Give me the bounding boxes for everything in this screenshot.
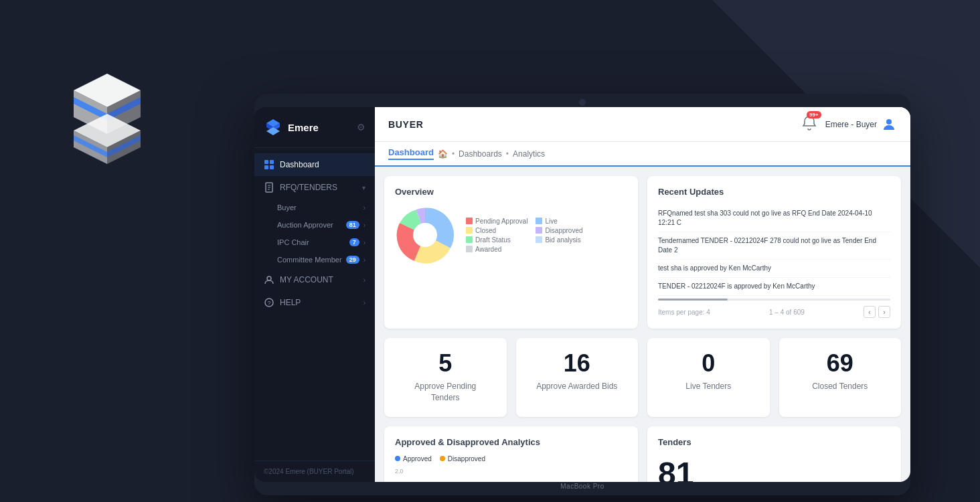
- update-item-1: RFQnamed test sha 303 could not go live …: [658, 205, 890, 232]
- pagination-fill: [658, 299, 728, 301]
- analytics-card: Approved & Disapproved Analytics Approve…: [384, 426, 638, 482]
- updates-footer: Items per page: 4 1 – 4 of 609 ‹ ›: [658, 306, 890, 318]
- legend-pending-label: Pending Approval: [475, 218, 527, 225]
- legend-pending-approval: Pending Approval: [466, 218, 527, 225]
- auction-approver-badge: 81: [346, 221, 359, 229]
- dashboard-content: Overview: [375, 167, 910, 482]
- user-icon: [264, 274, 274, 285]
- legend-bid-analysis: Bid analysis: [536, 236, 597, 244]
- stat-approve-awarded[interactable]: 16 Approve Awarded Bids: [516, 338, 639, 417]
- notification-badge: 99+: [807, 111, 821, 118]
- pie-chart: [395, 205, 455, 265]
- legend-draft: Draft Status: [466, 236, 527, 244]
- breadcrumb-active[interactable]: Dashboard: [388, 147, 434, 160]
- camera-notch: [579, 99, 586, 106]
- prev-page-button[interactable]: ‹: [864, 306, 876, 318]
- legend-closed: Closed: [466, 227, 527, 234]
- sidebar-logo-text: Emere: [288, 122, 319, 133]
- buyer-arrow: ›: [363, 204, 365, 212]
- stat-approve-pending-label: Approve PendingTenders: [395, 381, 496, 404]
- svg-marker-13: [266, 127, 280, 135]
- update-item-3: test sha is approved by Ken McCarthy: [658, 260, 890, 278]
- ipc-chair-badge: 7: [349, 238, 359, 246]
- stats-row: 5 Approve PendingTenders 16 Approve Awar…: [384, 338, 901, 417]
- auction-approver-label: Auction Approver: [277, 221, 333, 229]
- tablet-inner: Emere ⚙ Dashboard: [254, 107, 910, 482]
- svg-point-22: [267, 276, 271, 280]
- help-icon: ?: [264, 297, 274, 308]
- dashboard-label: Dashboard: [280, 160, 365, 169]
- recent-updates-title: Recent Updates: [658, 187, 890, 197]
- stat-closed-number: 69: [790, 351, 891, 375]
- stat-approve-pending[interactable]: 5 Approve PendingTenders: [384, 338, 507, 417]
- tablet-frame: Emere ⚙ Dashboard: [254, 94, 910, 495]
- svg-point-26: [413, 223, 437, 247]
- stat-live-tenders[interactable]: 0 Live Tenders: [647, 338, 770, 417]
- sidebar-item-help[interactable]: ? HELP ›: [254, 291, 375, 314]
- sidebar-item-my-account[interactable]: MY ACCOUNT ›: [254, 268, 375, 291]
- stat-closed-label: Closed Tenders: [790, 381, 891, 392]
- user-avatar-icon: [881, 116, 897, 133]
- legend-live-label: Live: [545, 218, 557, 225]
- sidebar: Emere ⚙ Dashboard: [254, 107, 375, 482]
- pagination-buttons: ‹ ›: [864, 306, 890, 318]
- stat-live-label: Live Tenders: [658, 381, 759, 392]
- stat-closed-tenders[interactable]: 69 Closed Tenders: [779, 338, 902, 417]
- update-item-2: Tendernamed TENDER - 02212024F 278 could…: [658, 232, 890, 260]
- sidebar-item-dashboard[interactable]: Dashboard: [254, 153, 375, 176]
- help-arrow: ›: [363, 299, 365, 307]
- auction-approver-arrow: ›: [363, 222, 365, 229]
- breadcrumb-sep-2: •: [506, 149, 509, 159]
- logo-area: [40, 54, 174, 177]
- legend-bid-label: Bid analysis: [545, 236, 580, 244]
- approved-legend-item: Approved: [395, 455, 432, 463]
- approved-dot: [395, 456, 400, 461]
- overview-card: Overview: [384, 176, 638, 329]
- breadcrumb-dashboards[interactable]: Dashboards: [459, 149, 502, 159]
- sidebar-item-auction-approver[interactable]: Auction Approver 81 ›: [254, 216, 375, 234]
- committee-badge: 29: [346, 256, 359, 264]
- topbar-right: 99+ Emere - Buyer: [801, 115, 897, 134]
- user-name: Emere - Buyer: [825, 120, 877, 129]
- analytics-title: Approved & Disapproved Analytics: [395, 437, 627, 447]
- next-page-button[interactable]: ›: [878, 306, 890, 318]
- line-chart-area: [395, 477, 627, 482]
- analytics-legend: Approved Disapproved: [395, 455, 627, 463]
- stat-approve-awarded-number: 16: [527, 351, 628, 375]
- tenders-title: Tenders: [658, 437, 890, 447]
- legend-disapproved-label: Disapproved: [545, 227, 582, 234]
- ipc-chair-label: IPC Chair: [277, 238, 309, 246]
- committee-arrow: ›: [363, 256, 365, 264]
- sidebar-logo: Emere ⚙: [254, 107, 375, 148]
- y-axis-label: 2.0: [395, 468, 627, 475]
- bottom-row: Approved & Disapproved Analytics Approve…: [384, 426, 901, 482]
- legend-closed-label: Closed: [475, 227, 496, 234]
- topbar: BUYER 99+ Emere - Buyer: [375, 107, 910, 142]
- sidebar-item-rfq[interactable]: RFQ/TENDERS ▾: [254, 176, 375, 199]
- dashboard-icon: [264, 159, 274, 170]
- tenders-big-number: 81: [658, 455, 890, 482]
- svg-text:?: ?: [267, 300, 270, 307]
- approved-legend-label: Approved: [403, 455, 432, 463]
- document-icon: [264, 182, 274, 193]
- stat-approve-awarded-label: Approve Awarded Bids: [527, 381, 628, 392]
- ipc-chair-arrow: ›: [363, 239, 365, 246]
- notification-button[interactable]: 99+: [801, 115, 817, 134]
- my-account-label: MY ACCOUNT: [280, 275, 358, 284]
- stat-approve-pending-number: 5: [395, 351, 496, 375]
- sidebar-item-committee[interactable]: Committee Member 29 ›: [254, 251, 375, 268]
- chart-area: Pending Approval Live Closed: [395, 205, 627, 265]
- pagination-progress: [658, 299, 890, 301]
- sidebar-nav: Dashboard RFQ/TENDERS ▾ Buyer: [254, 148, 375, 461]
- legend-live: Live: [536, 218, 597, 225]
- svg-point-25: [886, 119, 892, 124]
- svg-rect-14: [264, 160, 268, 164]
- breadcrumb-analytics[interactable]: Analytics: [513, 149, 545, 159]
- sidebar-item-ipc-chair[interactable]: IPC Chair 7 ›: [254, 234, 375, 251]
- buyer-label: Buyer: [277, 203, 297, 212]
- items-per-page-label: Items per page: 4: [658, 309, 710, 316]
- legend-awarded-label: Awarded: [475, 246, 501, 253]
- sidebar-item-buyer[interactable]: Buyer ›: [254, 199, 375, 216]
- breadcrumb-home: 🏠: [438, 149, 448, 159]
- settings-icon[interactable]: ⚙: [357, 122, 365, 133]
